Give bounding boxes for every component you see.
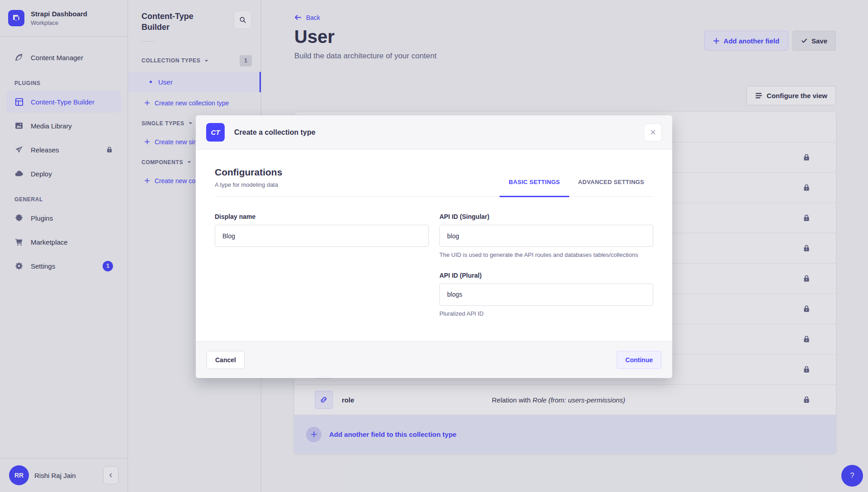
close-icon	[650, 129, 656, 135]
modal-title: Create a collection type	[234, 128, 316, 137]
create-collection-type-modal: CT Create a collection type Configuratio…	[196, 115, 672, 378]
display-name-label: Display name	[215, 213, 429, 220]
button-label: Continue	[625, 356, 653, 364]
settings-tabs: BASIC SETTINGS ADVANCED SETTINGS	[500, 179, 653, 196]
api-id-column: API ID (Singular) The UID is used to gen…	[439, 213, 653, 317]
button-label: Cancel	[215, 356, 236, 364]
strapi-app: Strapi Dashboard Workplace Content Manag…	[0, 0, 868, 492]
api-plural-field-group: API ID (Plural) Pluralized API ID	[439, 272, 653, 318]
api-singular-label: API ID (Singular)	[439, 213, 653, 220]
ct-badge: CT	[206, 123, 225, 142]
display-name-field-group: Display name	[215, 213, 429, 317]
close-modal-button[interactable]	[644, 123, 662, 142]
tab-basic-settings[interactable]: BASIC SETTINGS	[500, 179, 569, 196]
api-singular-helper: The UID is used to generate the API rout…	[439, 251, 653, 259]
continue-button[interactable]: Continue	[617, 351, 661, 369]
tab-advanced-settings[interactable]: ADVANCED SETTINGS	[569, 179, 653, 196]
display-name-input[interactable]	[215, 225, 429, 247]
api-plural-input[interactable]	[439, 284, 653, 306]
api-plural-helper: Pluralized API ID	[439, 310, 653, 318]
config-heading-block: Configurations A type for modeling data	[215, 167, 282, 196]
api-singular-input[interactable]	[439, 225, 653, 247]
config-subheading: A type for modeling data	[215, 181, 282, 188]
cancel-button[interactable]: Cancel	[207, 351, 245, 369]
api-plural-label: API ID (Plural)	[439, 272, 653, 279]
config-heading: Configurations	[215, 167, 282, 178]
